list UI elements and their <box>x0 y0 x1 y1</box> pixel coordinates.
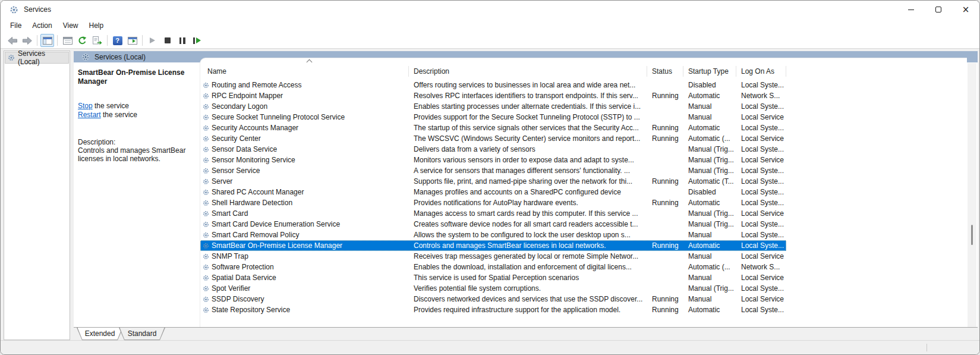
service-row[interactable]: Secure Socket Tunneling Protocol Service… <box>200 112 786 122</box>
service-log-on-as: Local Syste... <box>736 197 786 208</box>
service-startup-type: Manual <box>683 230 736 240</box>
start-service-icon <box>150 37 155 43</box>
menu-file[interactable]: File <box>5 20 27 32</box>
properties-icon <box>63 37 73 45</box>
restart-service-icon <box>193 37 201 44</box>
service-rows: Routing and Remote AccessOffers routing … <box>200 80 967 315</box>
service-row[interactable]: State Repository ServiceProvides require… <box>200 304 786 315</box>
service-detail-panel: SmartBear On-Premise License Manager Sto… <box>78 62 196 327</box>
service-row[interactable]: Sensor Data ServiceDelivers data from a … <box>200 144 786 155</box>
minimize-button[interactable] <box>897 1 925 18</box>
column-header-name[interactable]: Name <box>200 66 409 77</box>
description-text: Controls and manages SmartBear licenses … <box>78 146 196 163</box>
scrollbar-thumb[interactable] <box>971 225 973 245</box>
service-row[interactable]: Spatial Data ServiceThis service is used… <box>200 272 786 283</box>
service-name: Security Center <box>212 133 261 144</box>
service-startup-type: Manual <box>683 112 736 122</box>
service-row[interactable]: SSDP DiscoveryDiscovers networked device… <box>200 294 786 304</box>
service-name-cell: Sensor Monitoring Service <box>200 155 409 165</box>
tab-label: Extended <box>77 328 123 340</box>
menu-action[interactable]: Action <box>27 20 57 32</box>
service-name-cell: SmartBear On-Premise License Manager <box>200 240 409 251</box>
pause-service-button[interactable] <box>175 34 189 47</box>
close-button[interactable]: × <box>952 1 979 18</box>
service-gear-icon <box>203 189 209 196</box>
service-description: Provides required infrastructure support… <box>409 304 647 315</box>
refresh-button[interactable] <box>75 34 89 47</box>
service-name-cell: SNMP Trap <box>200 251 409 262</box>
service-row[interactable]: Shared PC Account ManagerManages profile… <box>200 187 786 197</box>
service-description-block: Description: Controls and manages SmartB… <box>78 138 196 163</box>
service-gear-icon <box>203 232 209 238</box>
service-status <box>647 80 683 90</box>
services-gear-icon <box>8 54 15 61</box>
stop-service-button[interactable] <box>160 34 174 47</box>
service-gear-icon <box>203 93 209 99</box>
service-log-on-as: Local Syste... <box>736 122 786 133</box>
service-status <box>647 155 683 165</box>
service-status <box>647 219 683 230</box>
service-name: Software Protection <box>212 262 274 272</box>
column-header-startup-type[interactable]: Startup Type <box>683 66 736 77</box>
start-service-button[interactable] <box>146 34 159 47</box>
service-row[interactable]: Smart CardManages access to smart cards … <box>200 208 786 219</box>
service-row[interactable]: Security CenterThe WSCSVC (Windows Secur… <box>200 133 786 144</box>
service-row[interactable]: Shell Hardware DetectionProvides notific… <box>200 197 786 208</box>
main-area: Services (Local) Services (Local) SmartB… <box>1 49 979 340</box>
help-button[interactable]: ? <box>111 34 124 47</box>
menu-view[interactable]: View <box>58 20 84 32</box>
back-button[interactable] <box>5 34 19 47</box>
service-row[interactable]: SmartBear On-Premise License ManagerCont… <box>200 240 786 251</box>
service-row[interactable]: Smart Card Removal PolicyAllows the syst… <box>200 230 786 240</box>
export-list-button[interactable] <box>90 34 104 47</box>
tab-extended[interactable]: Extended <box>77 328 123 340</box>
tab-standard[interactable]: Standard <box>119 328 165 340</box>
forward-button[interactable] <box>20 34 34 47</box>
service-row[interactable]: SNMP TrapReceives trap messages generate… <box>200 251 786 262</box>
service-name: Server <box>212 176 232 187</box>
service-log-on-as: Network S... <box>736 262 786 272</box>
service-status: Running <box>647 294 683 304</box>
service-name: Smart Card Removal Policy <box>212 230 299 240</box>
services-gear-icon <box>81 53 90 61</box>
service-row[interactable]: Spot VerifierVerifies potential file sys… <box>200 283 786 294</box>
service-row[interactable]: Sensor Monitoring ServiceMonitors variou… <box>200 155 786 165</box>
service-row[interactable]: Sensor ServiceA service for sensors that… <box>200 165 786 176</box>
service-description: Supports file, print, and named-pipe sha… <box>409 176 647 187</box>
service-name: Secondary Logon <box>212 101 267 112</box>
vertical-scrollbar[interactable] <box>968 63 976 327</box>
column-header-log-on-as[interactable]: Log On As <box>736 66 786 77</box>
menu-help[interactable]: Help <box>84 20 109 32</box>
service-row[interactable]: Smart Card Device Enumeration ServiceCre… <box>200 219 786 230</box>
service-row[interactable]: Software ProtectionEnables the download,… <box>200 262 786 272</box>
maximize-button[interactable] <box>925 1 952 18</box>
service-row[interactable]: Routing and Remote AccessOffers routing … <box>200 80 786 90</box>
service-startup-type: Automatic (... <box>683 133 736 144</box>
tree-item-services-local[interactable]: Services (Local) <box>5 52 69 64</box>
service-row[interactable]: Secondary LogonEnables starting processe… <box>200 101 786 112</box>
service-name: Smart Card Device Enumeration Service <box>212 219 340 230</box>
menubar: FileActionViewHelp <box>1 18 979 33</box>
service-description: Resolves RPC interfaces identifiers to t… <box>409 90 647 101</box>
show-console-tree-button[interactable] <box>40 34 54 47</box>
service-log-on-as: Local Syste... <box>736 187 786 197</box>
service-row[interactable]: ServerSupports file, print, and named-pi… <box>200 176 786 187</box>
column-header-status[interactable]: Status <box>647 66 683 77</box>
restart-service-button[interactable] <box>190 34 204 47</box>
service-gear-icon <box>203 146 209 153</box>
service-row[interactable]: Security Accounts ManagerThe startup of … <box>200 122 786 133</box>
restart-service-link[interactable]: Restart <box>78 111 101 119</box>
service-startup-type: Manual (Trig... <box>683 283 736 294</box>
stop-service-link[interactable]: Stop <box>78 102 93 110</box>
service-actions: Stop the service Restart the service <box>78 102 196 120</box>
service-row[interactable]: RPC Endpoint MapperResolves RPC interfac… <box>200 90 786 101</box>
service-description: Discovers networked devices and services… <box>409 294 647 304</box>
service-log-on-as: Local Syste... <box>736 176 786 187</box>
properties-button[interactable] <box>61 34 74 47</box>
service-name: Sensor Service <box>212 165 260 176</box>
column-header-description[interactable]: Description <box>409 66 647 77</box>
stop-service-line: Stop the service <box>78 102 196 111</box>
tab-label: Standard <box>119 328 165 340</box>
service-startup-type: Manual <box>683 251 736 262</box>
show-action-pane-button[interactable] <box>125 34 139 47</box>
